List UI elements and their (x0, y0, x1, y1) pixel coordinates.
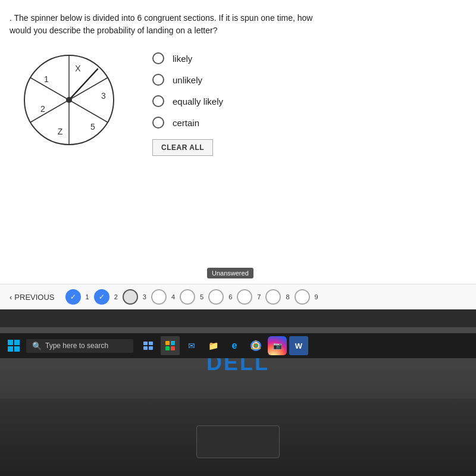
nav-page-3[interactable] (123, 289, 138, 305)
svg-text:2: 2 (40, 104, 45, 114)
question-line2: would you describe the probability of la… (10, 26, 217, 35)
answers-wrapper: likely unlikely equally likely certain (152, 46, 223, 156)
nav-num-8: 8 (286, 293, 289, 300)
nav-page-4[interactable] (151, 289, 167, 305)
svg-rect-26 (171, 346, 175, 350)
label-equally-likely: equally likely (173, 96, 223, 107)
svg-rect-16 (14, 340, 20, 345)
content-area: . The spinner below is divided into 6 co… (0, 0, 476, 284)
choice-unlikely[interactable]: unlikely (152, 74, 223, 86)
answer-choices: likely unlikely equally likely certain (152, 46, 223, 129)
svg-text:1: 1 (44, 74, 49, 84)
instagram-icon[interactable]: 📷 (268, 336, 287, 355)
nav-num-7: 7 (257, 293, 261, 300)
nav-page-9[interactable] (295, 289, 310, 305)
svg-rect-25 (165, 346, 170, 350)
radio-certain[interactable] (152, 117, 164, 129)
checkmark-icon-2: ✓ (99, 293, 105, 301)
spinner-container: X 3 5 Z 2 1 (10, 46, 129, 154)
svg-text:3: 3 (101, 91, 106, 101)
radio-equally-likely[interactable] (152, 95, 164, 107)
laptop-bezel-bottom (0, 309, 476, 327)
unanswered-tooltip: Unanswered (207, 268, 253, 278)
svg-rect-22 (149, 346, 153, 350)
svg-rect-15 (8, 340, 13, 345)
nav-num-2: 2 (114, 293, 118, 300)
chrome-icon[interactable] (246, 336, 265, 355)
taskbar-icons: ✉ 📁 e 📷 W (139, 336, 308, 355)
search-icon: 🔍 (32, 342, 42, 350)
radio-likely[interactable] (152, 52, 164, 64)
svg-text:Z: Z (58, 127, 63, 136)
checkmark-icon-1: ✓ (70, 293, 76, 301)
choice-certain[interactable]: certain (152, 117, 223, 129)
nav-page-7[interactable] (237, 289, 252, 305)
folder-icon[interactable]: 📁 (203, 336, 223, 355)
svg-text:5: 5 (90, 122, 95, 131)
radio-unlikely[interactable] (152, 74, 164, 86)
nav-num-6: 6 (228, 293, 232, 300)
svg-point-14 (66, 97, 72, 103)
svg-rect-20 (149, 342, 153, 345)
clear-all-button[interactable]: CLEAR ALL (152, 139, 213, 156)
nav-page-6[interactable] (208, 289, 224, 305)
nav-num-9: 9 (315, 293, 318, 300)
prev-label: PREVIOUS (14, 293, 54, 302)
svg-rect-18 (14, 346, 20, 352)
prev-button[interactable]: ‹ PREVIOUS (10, 293, 55, 302)
question-line1: . The spinner below is divided into 6 co… (10, 13, 312, 23)
nav-num-1: 1 (86, 293, 89, 300)
taskview-icon[interactable] (139, 336, 158, 355)
laptop-base (0, 399, 476, 476)
choice-equally-likely[interactable]: equally likely (152, 95, 223, 107)
spinner-svg: X 3 5 Z 2 1 (15, 46, 123, 154)
apps-icon[interactable] (161, 336, 180, 355)
trackpad[interactable] (196, 425, 280, 458)
nav-page-8[interactable] (265, 289, 281, 305)
svg-rect-19 (143, 342, 148, 345)
question-body: X 3 5 Z 2 1 (10, 46, 462, 156)
nav-num-4: 4 (171, 293, 175, 300)
nav-page-2[interactable]: ✓ (94, 289, 109, 305)
svg-rect-21 (143, 346, 148, 350)
nav-num-3: 3 (143, 293, 146, 300)
choice-likely[interactable]: likely (152, 52, 223, 64)
svg-rect-24 (171, 341, 175, 345)
question-text: . The spinner below is divided into 6 co… (10, 12, 414, 37)
windows-start-button[interactable] (5, 337, 23, 355)
nav-bar: Unanswered ‹ PREVIOUS ✓ 1 ✓ 2 3 4 5 6 7 … (0, 284, 476, 309)
search-bar[interactable]: 🔍 Type here to search (26, 339, 133, 353)
search-text: Type here to search (45, 342, 108, 350)
taskbar: 🔍 Type here to search ✉ 📁 (0, 333, 476, 358)
nav-num-5: 5 (200, 293, 203, 300)
svg-point-30 (254, 344, 258, 347)
edge-icon[interactable]: e (225, 336, 244, 355)
screen: . The spinner below is divided into 6 co… (0, 0, 476, 309)
svg-rect-17 (8, 346, 13, 352)
chevron-left-icon: ‹ (10, 293, 12, 302)
label-likely: likely (173, 54, 192, 64)
mail-icon[interactable]: ✉ (182, 336, 201, 355)
svg-rect-23 (165, 341, 170, 345)
label-certain: certain (173, 118, 199, 128)
word-icon[interactable]: W (289, 336, 308, 355)
svg-text:X: X (75, 64, 81, 73)
label-unlikely: unlikely (173, 75, 202, 85)
nav-page-1[interactable]: ✓ (65, 289, 81, 305)
nav-page-5[interactable] (180, 289, 195, 305)
